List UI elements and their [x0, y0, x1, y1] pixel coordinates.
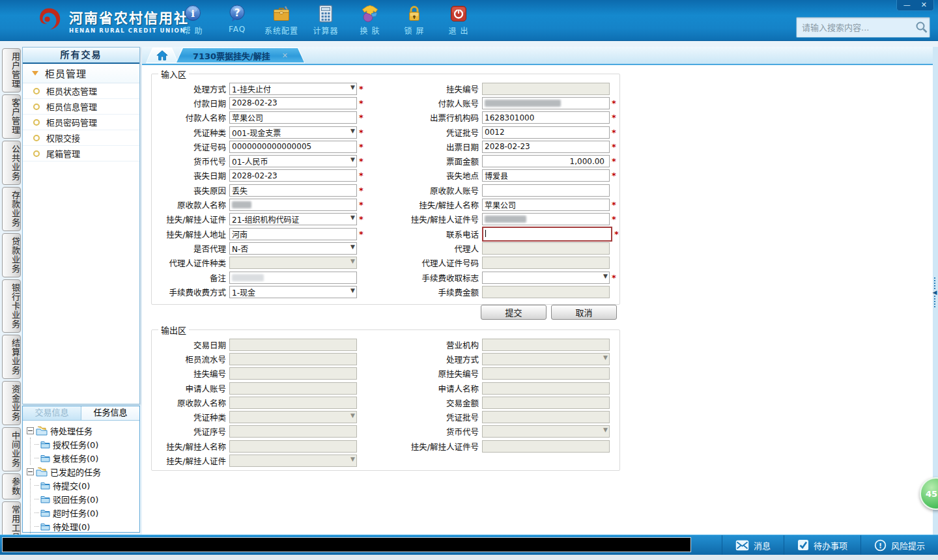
task-tab-0[interactable]: 交易信息	[23, 406, 81, 420]
module-tab-7[interactable]: 资金业务	[2, 381, 21, 425]
panel-collapse-handle[interactable]: ◀	[931, 273, 938, 311]
search-input[interactable]	[797, 23, 915, 33]
loss-reason-input[interactable]: 丢失	[229, 184, 357, 197]
module-tab-1[interactable]: 客户管理	[2, 94, 21, 139]
module-tab-4[interactable]: 贷款业务	[2, 233, 21, 277]
field-label: 出票日期	[376, 141, 479, 153]
collapse-minus-icon[interactable]	[27, 468, 34, 475]
required-asterisk: *	[359, 229, 365, 239]
search-box	[796, 17, 930, 38]
search-icon[interactable]	[915, 21, 928, 34]
module-tab-6[interactable]: 结算业务	[2, 335, 21, 379]
field-label: 柜员流水号	[156, 353, 226, 365]
voucher-type-select[interactable]: 001-现金支票 ▼	[229, 126, 357, 139]
voucher-no-input[interactable]: 0000000000000005	[229, 141, 357, 153]
loss-date-input[interactable]: 2028-02-23	[229, 169, 357, 182]
tree-node-0[interactable]: 待处理任务	[27, 424, 138, 438]
module-tab-8[interactable]: 中间业务	[2, 427, 21, 471]
masked-value	[485, 216, 526, 223]
field-label: 代理人证件种类	[156, 257, 226, 269]
field-label: 付款日期	[156, 97, 226, 109]
statusbar-item-2[interactable]: !风险提示	[860, 535, 938, 555]
message-icon	[735, 540, 749, 551]
nav-item-1[interactable]: ?FAQ	[215, 4, 259, 36]
submit-button[interactable]: 提交	[481, 305, 547, 320]
loss-place-input[interactable]: 博爱县	[482, 169, 610, 182]
agent-cert-type-select: ▼	[229, 257, 357, 269]
folder-icon	[40, 454, 50, 462]
field-label: 交易金额	[376, 397, 479, 409]
original-payee-account-input[interactable]	[482, 184, 610, 197]
text-field	[229, 353, 357, 365]
tree-leaf-1-0[interactable]: 待提交(0)	[35, 479, 138, 492]
tree-leaf-0-1[interactable]: 复核任务(0)	[35, 451, 138, 465]
cancel-button[interactable]: 取消	[551, 305, 617, 320]
sidebar-item-0[interactable]: 柜员状态管理	[23, 83, 139, 99]
original-payee-name-input[interactable]	[229, 199, 357, 211]
text-field	[229, 382, 357, 395]
module-tab-2[interactable]: 公共业务	[2, 141, 21, 185]
tree-leaf-1-2[interactable]: 超时任务(0)	[35, 506, 138, 520]
close-button[interactable]: ✕	[921, 1, 927, 10]
masked-value	[232, 201, 251, 208]
nav-item-3[interactable]: 计算器	[304, 4, 348, 36]
sidebar-item-1[interactable]: 柜员信息管理	[23, 99, 139, 115]
output-section-legend: 输出区	[158, 324, 189, 336]
nav-item-0[interactable]: i帮 助	[171, 4, 215, 36]
bullet-icon	[33, 150, 40, 157]
module-tab-3[interactable]: 存款业务	[2, 187, 21, 231]
face-amount-input[interactable]: 1,000.00	[482, 155, 610, 167]
module-tab-0[interactable]: 用户管理	[2, 48, 21, 92]
tab-home[interactable]	[146, 48, 178, 63]
payer-name-input[interactable]: 苹果公司	[229, 111, 357, 124]
required-asterisk: *	[359, 156, 365, 166]
input-section-legend: 输入区	[158, 68, 189, 80]
tab-7130-bill-loss[interactable]: 7130票据挂失/解挂 ✕	[176, 48, 305, 63]
fee-charge-flag-select[interactable]: ▼	[482, 272, 610, 284]
tree-leaf-1-3[interactable]: 待处理(0)	[35, 520, 138, 533]
sidebar-item-3[interactable]: 权限交接	[23, 130, 139, 146]
field-label: 原收款人名称	[156, 199, 226, 211]
process-mode-select[interactable]: 1-挂失止付 ▼	[229, 83, 357, 95]
tab-close-icon[interactable]: ✕	[282, 51, 288, 60]
exit-icon	[449, 4, 468, 23]
nav-item-4[interactable]: 换 肤	[348, 4, 392, 36]
pay-date-input[interactable]: 2028-02-23	[229, 97, 357, 109]
contact-phone-input[interactable]	[482, 227, 612, 242]
dropdown-arrow-icon: ▼	[350, 128, 355, 134]
issue-date-input[interactable]: 2028-02-23	[482, 141, 610, 153]
nav-item-2[interactable]: 系统配置	[259, 4, 304, 36]
sidebar-group-teller[interactable]: 柜员管理	[23, 64, 139, 83]
applicant-name-input[interactable]: 苹果公司	[482, 199, 610, 211]
sidebar-item-4[interactable]: 尾箱管理	[23, 146, 139, 161]
module-tab-9[interactable]: 参数	[2, 473, 21, 499]
tree-leaf-1-1[interactable]: 驳回任务(0)	[35, 492, 138, 506]
module-tab-5[interactable]: 银行卡业务	[2, 279, 21, 333]
applicant-address-input[interactable]: 河南	[229, 228, 357, 240]
collapse-minus-icon[interactable]	[27, 427, 34, 434]
minimize-button[interactable]: —	[903, 1, 911, 10]
applicant-cert-no-input[interactable]	[482, 213, 610, 225]
form-row: 丧失日期 2028-02-23 * 丧失地点 博爱县 *	[156, 169, 619, 183]
issuing-bank-code-input[interactable]: 1628301000	[482, 111, 610, 124]
fee-charge-mode-select[interactable]: 1-现金 ▼	[229, 286, 357, 298]
sidebar-item-2[interactable]: 柜员密码管理	[23, 115, 139, 130]
payer-account-input[interactable]	[482, 97, 610, 109]
nav-item-5[interactable]: 锁 屏	[392, 4, 436, 36]
tree-leaf-0-0[interactable]: 授权任务(0)	[35, 438, 138, 451]
tree-node-1[interactable]: 已发起的任务	[27, 465, 138, 479]
voucher-batch-no-input[interactable]: 0012	[482, 126, 610, 139]
field-label: 付款人账号	[376, 97, 479, 109]
statusbar-item-0[interactable]: 消息	[722, 535, 784, 555]
nav-item-6[interactable]: 退 出	[436, 4, 481, 36]
task-tab-1[interactable]: 任务信息	[81, 406, 139, 420]
required-asterisk: *	[612, 171, 618, 180]
applicant-cert-type-select[interactable]: 21-组织机构代码证 ▼	[229, 213, 357, 225]
remark-input[interactable]	[229, 272, 357, 284]
text-field	[482, 339, 610, 351]
todo-icon	[797, 539, 809, 551]
is-agent-select[interactable]: N-否 ▼	[229, 242, 357, 255]
field-label: 凭证批号	[376, 411, 479, 423]
currency-select[interactable]: 01-人民币 ▼	[229, 155, 357, 167]
statusbar-item-1[interactable]: 待办事项	[784, 535, 860, 555]
